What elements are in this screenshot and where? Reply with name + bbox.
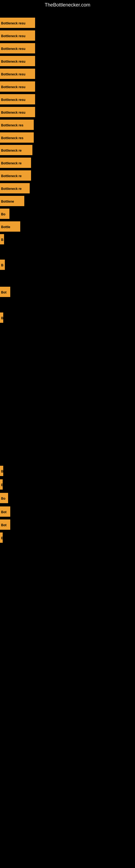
bar-label: Bottleneck res <box>0 132 34 143</box>
bar-label: Bottleneck resu <box>0 43 35 54</box>
bar-label: Bo <box>0 209 9 219</box>
bar-label: Bottleneck res <box>0 120 34 130</box>
bar-item[interactable]: Bottleneck res <box>0 120 34 130</box>
bar-item[interactable]: Bottleneck re <box>0 170 31 181</box>
bar-item[interactable]: Bot <box>0 520 10 530</box>
bar-label: Bottlene <box>0 196 24 206</box>
bar-item[interactable]: Bottleneck resu <box>0 107 35 117</box>
bar-item[interactable]: Bottlene <box>0 196 24 206</box>
bar-label: B <box>0 466 3 476</box>
bar-label: Bottleneck re <box>0 158 31 168</box>
bar-label: Bottleneck re <box>0 170 31 181</box>
bar-item[interactable]: Bottleneck re <box>0 183 30 193</box>
bar-item[interactable]: Bottleneck resu <box>0 30 35 41</box>
bar-label: B <box>0 259 5 270</box>
bar-label: B <box>0 312 3 323</box>
bar-item[interactable]: Bottleneck resu <box>0 56 35 66</box>
bar-label: Bottleneck resu <box>0 94 35 104</box>
bar-item[interactable]: Bo <box>0 209 9 219</box>
bar-item[interactable]: Bottleneck re <box>0 145 32 155</box>
bar-label: Bottleneck resu <box>0 56 35 66</box>
bar-item[interactable]: Bottleneck re <box>0 158 31 168</box>
bar-label: Bo <box>0 493 8 503</box>
bar-item[interactable]: B <box>0 466 3 476</box>
bar-label: Bottleneck resu <box>0 107 35 117</box>
bar-item[interactable]: Bottleneck resu <box>0 94 35 104</box>
bar-item[interactable]: B <box>0 259 5 270</box>
bar-label: Bottleneck resu <box>0 82 35 92</box>
bar-label: Bottle <box>0 221 20 231</box>
bar-label: Bottleneck resu <box>0 30 35 41</box>
bar-item[interactable]: Bo <box>0 493 8 503</box>
bar-label: Bot <box>0 506 10 517</box>
bar-item[interactable]: B <box>0 479 3 490</box>
bar-label: Bottleneck resu <box>0 18 35 28</box>
bar-item[interactable]: Bot <box>0 506 10 517</box>
bar-label: Bottleneck resu <box>0 69 35 79</box>
bar-label: B <box>0 234 4 244</box>
site-title: TheBottlenecker.com <box>0 0 135 10</box>
bar-item[interactable]: Bottleneck resu <box>0 43 35 54</box>
bar-item[interactable]: B <box>0 532 3 543</box>
bar-item[interactable]: Bottleneck res <box>0 132 34 143</box>
bar-item[interactable]: Bottle <box>0 221 20 231</box>
bar-label: Bot <box>0 287 10 297</box>
bar-label: Bot <box>0 520 10 530</box>
bar-item[interactable]: Bottleneck resu <box>0 69 35 79</box>
bar-item[interactable]: Bottleneck resu <box>0 18 35 28</box>
bar-label: B <box>0 532 3 543</box>
bar-item[interactable]: Bottleneck resu <box>0 82 35 92</box>
bar-label: Bottleneck re <box>0 183 30 193</box>
bar-item[interactable]: Bot <box>0 287 10 297</box>
bar-label: B <box>0 479 3 490</box>
bar-item[interactable]: B <box>0 312 3 323</box>
bar-item[interactable]: B <box>0 234 4 244</box>
bar-label: Bottleneck re <box>0 145 32 155</box>
